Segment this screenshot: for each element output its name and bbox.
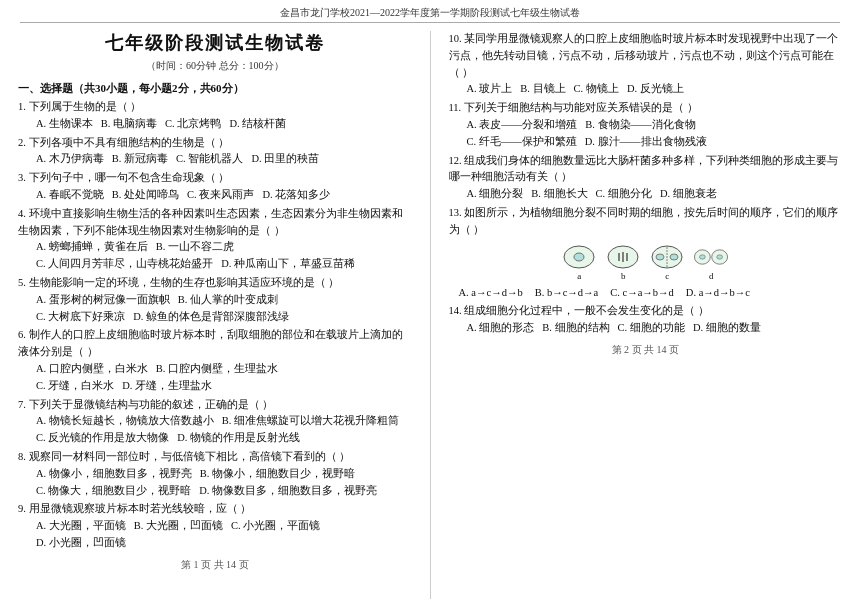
cell-a-label: a (577, 271, 581, 281)
left-page: 七年级阶段测试生物试卷 （时间：60分钟 总分：100分） 一、选择题（共30小… (0, 23, 430, 607)
q9-options: A. 大光圈，平面镜 B. 大光圈，凹面镜 C. 小光圈，平面镜 D. 小光圈，… (36, 518, 412, 552)
question-7: 7. 下列关于显微镜结构与功能的叙述，正确的是（ ） A. 物镜长短越长，物镜放… (18, 397, 412, 447)
q13-options: A. a→c→d→b B. b→c→d→a C. c→a→b→d D. a→d→… (459, 285, 843, 302)
question-1: 1. 下列属于生物的是（ ） A. 生物课本 B. 电脑病毒 C. 北京烤鸭 D… (18, 99, 412, 133)
q11-options2: C. 纤毛——保护和繁殖 D. 腺汁——排出食物残液 (467, 134, 843, 151)
q5-options2: C. 大树底下好乘凉 D. 鲸鱼的体色是背部深腹部浅绿 (36, 309, 412, 326)
cell-b-svg (605, 243, 641, 271)
header-text: 金昌市龙门学校2021—2022学年度第一学期阶段测试七年级生物试卷 (280, 7, 580, 18)
exam-title: 七年级阶段测试生物试卷 (18, 31, 412, 55)
q6-options2: C. 牙缝，白米水 D. 牙缝，生理盐水 (36, 378, 412, 395)
cell-d-label: d (709, 271, 714, 281)
q3-options: A. 春眠不觉晓 B. 处处闻啼鸟 C. 夜来风雨声 D. 花落知多少 (36, 187, 412, 204)
cell-b: b (605, 243, 641, 281)
q6-options: A. 口腔内侧壁，白米水 B. 口腔内侧壁，生理盐水 (36, 361, 412, 378)
cell-figures: a b (449, 243, 843, 281)
svg-point-13 (717, 254, 723, 258)
question-6: 6. 制作人的口腔上皮细胞临时玻片标本时，刮取细胞的部位和在载玻片上滴加的液体分… (18, 327, 412, 394)
question-3: 3. 下列句子中，哪一句不包含生命现象（ ） A. 春眠不觉晓 B. 处处闻啼鸟… (18, 170, 412, 204)
svg-point-11 (700, 254, 706, 258)
cell-d-svg (693, 243, 729, 271)
exam-subtitle: （时间：60分钟 总分：100分） (18, 59, 412, 73)
question-4: 4. 环境中直接影响生物生活的各种因素叫生态因素，生态因素分为非生物因素和生物因… (18, 206, 412, 273)
cell-c-label: c (665, 271, 669, 281)
cell-c-svg (649, 243, 685, 271)
question-2: 2. 下列各项中不具有细胞结构的生物是（ ） A. 木乃伊病毒 B. 新冠病毒 … (18, 135, 412, 169)
q12-options: A. 细胞分裂 B. 细胞长大 C. 细胞分化 D. 细胞衰老 (467, 186, 843, 203)
footer-right: 第 2 页 共 14 页 (449, 339, 843, 359)
svg-point-9 (670, 254, 678, 260)
cell-b-label: b (621, 271, 626, 281)
svg-point-8 (656, 254, 664, 260)
q1-options: A. 生物课本 B. 电脑病毒 C. 北京烤鸭 D. 结核杆菌 (36, 116, 412, 133)
cell-a-svg (561, 243, 597, 271)
q2-options: A. 木乃伊病毒 B. 新冠病毒 C. 智能机器人 D. 田里的秧苗 (36, 151, 412, 168)
q7-options: A. 物镜长短越长，物镜放大倍数越小 B. 细准焦螺旋可以增大花视升降粗筒 (36, 413, 412, 430)
section1-title: 一、选择题（共30小题，每小题2分，共60分） (18, 81, 412, 96)
top-header: 金昌市龙门学校2021—2022学年度第一学期阶段测试七年级生物试卷 (20, 0, 840, 23)
question-12: 12. 组成我们身体的细胞数量远比大肠杆菌多种多样，下列种类细胞的形成主要与哪一… (449, 153, 843, 203)
q7-options2: C. 反光镜的作用是放大物像 D. 物镜的作用是反射光线 (36, 430, 412, 447)
question-9: 9. 用显微镜观察玻片标本时若光线较暗，应（ ） A. 大光圈，平面镜 B. 大… (18, 501, 412, 551)
question-14: 14. 组成细胞分化过程中，一般不会发生变化的是（ ） A. 细胞的形态 B. … (449, 303, 843, 337)
cell-d: d (693, 243, 729, 281)
question-5: 5. 生物能影响一定的环境，生物的生存也影响其适应环境的是（ ） A. 蛋形树的… (18, 275, 412, 325)
q4-options: A. 螃螂捕蝉，黄雀在后 B. 一山不容二虎 (36, 239, 412, 256)
page-container: 金昌市龙门学校2021—2022学年度第一学期阶段测试七年级生物试卷 七年级阶段… (0, 0, 860, 607)
question-10: 10. 某同学用显微镜观察人的口腔上皮细胞临时玻片标本时发现视野中出现了一个污点… (449, 31, 843, 98)
q11-options: A. 表皮——分裂和增殖 B. 食物染——消化食物 (467, 117, 843, 134)
q14-options: A. 细胞的形态 B. 细胞的结构 C. 细胞的功能 D. 细胞的数量 (467, 320, 843, 337)
question-8: 8. 观察同一材料同一部位时，与低倍镜下相比，高倍镜下看到的（ ） A. 物像小… (18, 449, 412, 499)
question-13: 13. 如图所示，为植物细胞分裂不同时期的细胞，按先后时间的顺序，它们的顺序为（… (449, 205, 843, 239)
content-area: 七年级阶段测试生物试卷 （时间：60分钟 总分：100分） 一、选择题（共30小… (0, 23, 860, 607)
q10-options: A. 玻片上 B. 目镜上 C. 物镜上 D. 反光镜上 (467, 81, 843, 98)
right-page: 10. 某同学用显微镜观察人的口腔上皮细胞临时玻片标本时发现视野中出现了一个污点… (431, 23, 861, 607)
cell-c: c (649, 243, 685, 281)
footer-left: 第 1 页 共 14 页 (18, 554, 412, 574)
q4-options2: C. 人间四月芳菲尽，山寺桃花始盛开 D. 种瓜南山下，草盛豆苗稀 (36, 256, 412, 273)
q8-options2: C. 物像大，细胞数目少，视野暗 D. 物像数目多，细胞数目多，视野亮 (36, 483, 412, 500)
q5-options: A. 蛋形树的树冠像一面旗帜 B. 仙人掌的叶变成刺 (36, 292, 412, 309)
cell-a: a (561, 243, 597, 281)
question-11: 11. 下列关于细胞结构与功能对应关系错误的是（ ） A. 表皮——分裂和增殖 … (449, 100, 843, 150)
svg-point-1 (574, 253, 584, 261)
q8-options: A. 物像小，细胞数目多，视野亮 B. 物像小，细胞数目少，视野暗 (36, 466, 412, 483)
